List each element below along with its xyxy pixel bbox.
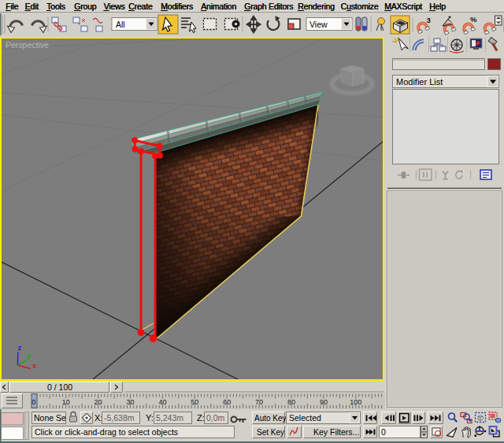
svg-text:z: z (18, 343, 22, 352)
svg-text:0,0m: 0,0m (206, 413, 225, 423)
svg-text:20: 20 (94, 398, 102, 406)
svg-text:80: 80 (287, 398, 295, 406)
svg-text:Click or click-and-drag to sel: Click or click-and-drag to select object… (35, 427, 178, 437)
svg-text:0: 0 (32, 398, 35, 406)
svg-text:Auto Key: Auto Key (254, 414, 287, 423)
svg-text:Selected: Selected (289, 413, 321, 423)
svg-text:40: 40 (158, 398, 166, 406)
svg-text:-5,638m: -5,638m (104, 413, 135, 423)
svg-text:90: 90 (320, 398, 328, 406)
svg-text:y: y (27, 351, 32, 360)
svg-text:30: 30 (126, 398, 134, 406)
svg-text:View: View (309, 20, 328, 29)
svg-text:70: 70 (255, 398, 263, 406)
svg-text:3: 3 (427, 16, 431, 24)
svg-text:None Se: None Se (34, 413, 66, 423)
svg-text:%: % (470, 15, 477, 24)
svg-text:0: 0 (381, 427, 386, 437)
svg-text:Y:: Y: (146, 413, 154, 423)
svg-text:X:: X: (94, 413, 102, 423)
svg-text:x: x (32, 361, 37, 370)
svg-text:Z:: Z: (197, 413, 205, 423)
svg-text:Modifier List: Modifier List (396, 77, 443, 87)
svg-text:Key Filters...: Key Filters... (313, 427, 359, 437)
svg-text:Perspective: Perspective (6, 40, 49, 50)
svg-text:All: All (116, 20, 125, 29)
svg-text:Set Key: Set Key (257, 428, 284, 437)
svg-text:100: 100 (350, 398, 361, 406)
svg-text:0 / 100: 0 / 100 (47, 382, 72, 392)
svg-text:60: 60 (223, 398, 231, 406)
svg-text:5,243m: 5,243m (156, 413, 183, 423)
svg-text:10: 10 (62, 398, 70, 406)
svg-text:50: 50 (191, 398, 198, 406)
